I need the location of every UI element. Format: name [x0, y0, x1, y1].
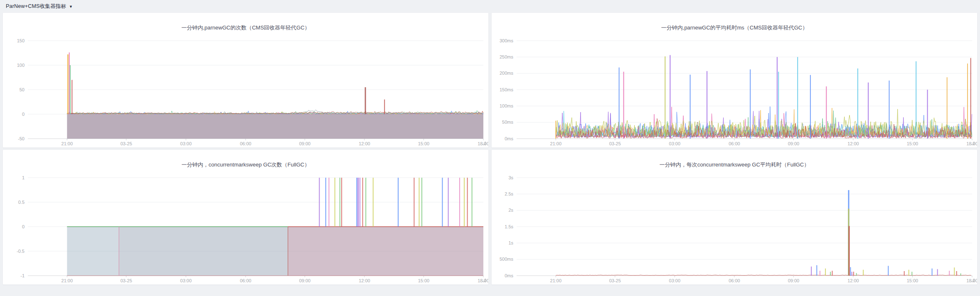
svg-text:12:00: 12:00	[359, 278, 370, 283]
svg-text:0.5: 0.5	[18, 200, 25, 205]
svg-text:0ms: 0ms	[505, 136, 513, 141]
svg-text:06:00: 06:00	[240, 141, 251, 146]
svg-text:21:00: 21:00	[550, 278, 562, 283]
cms-fullgc-count-chart[interactable]: 10.50-0.5-121:0003-2503:0006:0009:0012:0…	[3, 150, 488, 284]
panel-cms-fullgc-count: 10.50-0.5-121:0003-2503:0006:0009:0012:0…	[2, 149, 489, 285]
svg-text:1s: 1s	[508, 240, 513, 245]
chevron-down-icon: ▼	[69, 5, 73, 9]
svg-text:100: 100	[17, 63, 25, 68]
resize-handle-icon[interactable]	[482, 142, 485, 145]
svg-text:150ms: 150ms	[500, 87, 514, 92]
svg-text:0: 0	[22, 112, 25, 117]
svg-text:21:00: 21:00	[550, 141, 562, 146]
svg-text:-50: -50	[18, 136, 25, 141]
svg-text:12:00: 12:00	[847, 278, 859, 283]
svg-text:06:00: 06:00	[729, 278, 740, 283]
svg-text:03-25: 03-25	[121, 278, 132, 283]
svg-text:1: 1	[22, 175, 25, 180]
svg-text:2s: 2s	[508, 208, 513, 213]
svg-text:09:00: 09:00	[788, 278, 800, 283]
svg-text:12:00: 12:00	[359, 141, 370, 146]
svg-text:03-25: 03-25	[609, 278, 621, 283]
svg-text:500ms: 500ms	[500, 257, 514, 262]
svg-text:03:00: 03:00	[180, 278, 192, 283]
panel-grid: 150100500-5021:0003-2503:0006:0009:0012:…	[0, 12, 980, 285]
metrics-group-title: ParNew+CMS收集器指标	[6, 3, 66, 10]
svg-text:50: 50	[20, 87, 25, 92]
svg-text:15:00: 15:00	[907, 141, 918, 146]
svg-text:06:00: 06:00	[729, 141, 740, 146]
panel-parnew-gc-count: 150100500-5021:0003-2503:0006:0009:0012:…	[2, 12, 489, 148]
svg-text:21:00: 21:00	[62, 278, 73, 283]
svg-text:15:00: 15:00	[418, 278, 430, 283]
svg-text:06:00: 06:00	[240, 278, 251, 283]
svg-text:15:00: 15:00	[907, 278, 918, 283]
svg-text:3s: 3s	[508, 175, 513, 180]
resize-handle-icon[interactable]	[482, 279, 485, 282]
svg-text:03:00: 03:00	[180, 141, 192, 146]
svg-text:300ms: 300ms	[500, 38, 514, 43]
svg-text:-1: -1	[20, 273, 25, 278]
panel-parnew-gc-avg-time: 300ms250ms200ms150ms100ms50ms0ms21:0003-…	[491, 12, 978, 148]
svg-text:150: 150	[17, 38, 25, 43]
svg-text:200ms: 200ms	[500, 71, 514, 76]
svg-text:-0.5: -0.5	[17, 249, 25, 254]
svg-text:15:00: 15:00	[418, 141, 430, 146]
panel-cms-fullgc-avg-time: 3s2.5s2s1.5s1s500ms0ms21:0003-2503:0006:…	[491, 149, 978, 285]
svg-text:50ms: 50ms	[502, 120, 513, 125]
svg-text:21:00: 21:00	[62, 141, 73, 146]
svg-text:09:00: 09:00	[299, 141, 311, 146]
metrics-group-dropdown[interactable]: ParNew+CMS收集器指标 ▼	[6, 3, 73, 10]
svg-text:2.5s: 2.5s	[505, 191, 513, 196]
svg-text:12:00: 12:00	[847, 141, 859, 146]
parnew-gc-count-chart[interactable]: 150100500-5021:0003-2503:0006:0009:0012:…	[3, 13, 488, 147]
cms-fullgc-avg-time-chart[interactable]: 3s2.5s2s1.5s1s500ms0ms21:0003-2503:0006:…	[492, 150, 977, 284]
svg-text:0: 0	[22, 224, 25, 229]
resize-handle-icon[interactable]	[971, 142, 974, 145]
svg-text:03:00: 03:00	[669, 278, 681, 283]
svg-text:09:00: 09:00	[299, 278, 311, 283]
svg-text:03:00: 03:00	[669, 141, 681, 146]
resize-handle-icon[interactable]	[971, 279, 974, 282]
svg-text:03-25: 03-25	[121, 141, 132, 146]
svg-text:03-25: 03-25	[609, 141, 621, 146]
dashboard-header: ParNew+CMS收集器指标 ▼	[0, 0, 980, 12]
svg-text:100ms: 100ms	[500, 103, 514, 108]
svg-text:0ms: 0ms	[505, 273, 513, 278]
svg-text:250ms: 250ms	[500, 54, 514, 59]
svg-text:1.5s: 1.5s	[505, 224, 513, 229]
parnew-gc-avg-time-chart[interactable]: 300ms250ms200ms150ms100ms50ms0ms21:0003-…	[492, 13, 977, 147]
svg-text:09:00: 09:00	[788, 141, 800, 146]
